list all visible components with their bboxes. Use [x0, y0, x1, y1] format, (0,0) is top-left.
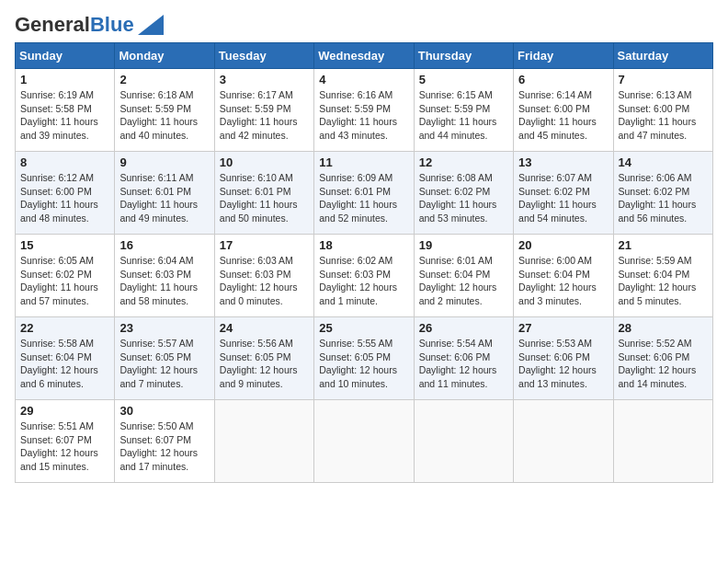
calendar-cell: 20 Sunrise: 6:00 AM Sunset: 6:04 PM Dayl… — [514, 235, 613, 317]
day-info: Sunrise: 6:07 AM Sunset: 6:02 PM Dayligh… — [518, 171, 608, 225]
page-header: GeneralBlue — [15, 15, 713, 35]
day-info: Sunrise: 6:02 AM Sunset: 6:03 PM Dayligh… — [319, 254, 408, 308]
calendar-cell: 4 Sunrise: 6:16 AM Sunset: 5:59 PM Dayli… — [314, 69, 414, 152]
weekday-header: Monday — [115, 43, 214, 69]
calendar-cell: 19 Sunrise: 6:01 AM Sunset: 6:04 PM Dayl… — [414, 235, 513, 317]
day-number: 30 — [119, 404, 209, 418]
calendar-header-row: SundayMondayTuesdayWednesdayThursdayFrid… — [16, 43, 713, 69]
day-number: 8 — [20, 155, 109, 169]
logo-icon — [138, 15, 164, 35]
day-number: 22 — [20, 321, 109, 335]
day-info: Sunrise: 6:13 AM Sunset: 6:00 PM Dayligh… — [619, 88, 708, 143]
day-number: 13 — [518, 155, 608, 169]
day-number: 4 — [319, 73, 408, 86]
day-info: Sunrise: 5:50 AM Sunset: 6:07 PM Dayligh… — [119, 419, 209, 474]
day-info: Sunrise: 6:01 AM Sunset: 6:04 PM Dayligh… — [419, 254, 508, 308]
day-number: 11 — [319, 155, 408, 169]
calendar-cell: 21 Sunrise: 5:59 AM Sunset: 6:04 PM Dayl… — [613, 235, 712, 317]
svg-marker-0 — [138, 15, 164, 35]
day-number: 19 — [419, 238, 508, 252]
calendar-cell: 12 Sunrise: 6:08 AM Sunset: 6:02 PM Dayl… — [414, 152, 513, 235]
calendar-cell: 24 Sunrise: 5:56 AM Sunset: 6:05 PM Dayl… — [214, 317, 313, 400]
day-info: Sunrise: 6:16 AM Sunset: 5:59 PM Dayligh… — [319, 88, 408, 143]
day-info: Sunrise: 6:15 AM Sunset: 5:59 PM Dayligh… — [419, 88, 508, 143]
calendar-week-row: 8 Sunrise: 6:12 AM Sunset: 6:00 PM Dayli… — [16, 152, 713, 235]
day-info: Sunrise: 6:04 AM Sunset: 6:03 PM Dayligh… — [119, 254, 209, 308]
logo-text: GeneralBlue — [15, 15, 134, 35]
day-info: Sunrise: 6:10 AM Sunset: 6:01 PM Dayligh… — [220, 171, 309, 225]
weekday-header: Friday — [514, 43, 613, 69]
calendar-cell: 17 Sunrise: 6:03 AM Sunset: 6:03 PM Dayl… — [214, 235, 313, 317]
day-number: 7 — [619, 73, 708, 86]
calendar-table: SundayMondayTuesdayWednesdayThursdayFrid… — [15, 42, 713, 483]
day-info: Sunrise: 6:03 AM Sunset: 6:03 PM Dayligh… — [220, 254, 309, 308]
calendar-cell: 1 Sunrise: 6:19 AM Sunset: 5:58 PM Dayli… — [16, 69, 115, 152]
day-number: 14 — [619, 155, 708, 169]
day-info: Sunrise: 6:17 AM Sunset: 5:59 PM Dayligh… — [220, 88, 309, 143]
calendar-cell: 2 Sunrise: 6:18 AM Sunset: 5:59 PM Dayli… — [115, 69, 214, 152]
day-number: 10 — [220, 155, 309, 169]
day-number: 20 — [518, 238, 608, 252]
day-info: Sunrise: 5:59 AM Sunset: 6:04 PM Dayligh… — [619, 254, 708, 308]
day-number: 26 — [419, 321, 508, 335]
weekday-header: Saturday — [613, 43, 712, 69]
weekday-header: Thursday — [414, 43, 513, 69]
day-info: Sunrise: 6:09 AM Sunset: 6:01 PM Dayligh… — [319, 171, 408, 225]
day-info: Sunrise: 5:52 AM Sunset: 6:06 PM Dayligh… — [619, 337, 708, 391]
calendar-cell: 10 Sunrise: 6:10 AM Sunset: 6:01 PM Dayl… — [214, 152, 313, 235]
calendar-cell: 6 Sunrise: 6:14 AM Sunset: 6:00 PM Dayli… — [514, 69, 613, 152]
day-info: Sunrise: 5:57 AM Sunset: 6:05 PM Dayligh… — [119, 337, 209, 391]
day-number: 21 — [619, 238, 708, 252]
day-number: 3 — [220, 73, 309, 86]
day-number: 16 — [119, 238, 209, 252]
day-info: Sunrise: 6:08 AM Sunset: 6:02 PM Dayligh… — [419, 171, 508, 225]
day-number: 23 — [119, 321, 209, 335]
weekday-header: Wednesday — [314, 43, 414, 69]
day-number: 6 — [518, 73, 608, 86]
day-info: Sunrise: 6:14 AM Sunset: 6:00 PM Dayligh… — [518, 88, 608, 143]
day-info: Sunrise: 5:53 AM Sunset: 6:06 PM Dayligh… — [518, 337, 608, 391]
calendar-cell — [514, 400, 613, 483]
day-info: Sunrise: 6:05 AM Sunset: 6:02 PM Dayligh… — [20, 254, 109, 308]
day-number: 1 — [20, 73, 109, 86]
calendar-week-row: 22 Sunrise: 5:58 AM Sunset: 6:04 PM Dayl… — [16, 317, 713, 400]
day-info: Sunrise: 5:55 AM Sunset: 6:05 PM Dayligh… — [319, 337, 408, 391]
calendar-cell — [414, 400, 513, 483]
day-number: 24 — [220, 321, 309, 335]
day-info: Sunrise: 6:19 AM Sunset: 5:58 PM Dayligh… — [20, 88, 109, 143]
day-info: Sunrise: 5:56 AM Sunset: 6:05 PM Dayligh… — [220, 337, 309, 391]
calendar-cell: 16 Sunrise: 6:04 AM Sunset: 6:03 PM Dayl… — [115, 235, 214, 317]
calendar-week-row: 1 Sunrise: 6:19 AM Sunset: 5:58 PM Dayli… — [16, 69, 713, 152]
calendar-cell: 14 Sunrise: 6:06 AM Sunset: 6:02 PM Dayl… — [613, 152, 712, 235]
calendar-cell: 30 Sunrise: 5:50 AM Sunset: 6:07 PM Dayl… — [115, 400, 214, 483]
calendar-cell: 11 Sunrise: 6:09 AM Sunset: 6:01 PM Dayl… — [314, 152, 414, 235]
weekday-header: Sunday — [16, 43, 115, 69]
calendar-cell — [613, 400, 712, 483]
calendar-cell: 9 Sunrise: 6:11 AM Sunset: 6:01 PM Dayli… — [115, 152, 214, 235]
day-number: 18 — [319, 238, 408, 252]
day-number: 29 — [20, 404, 109, 418]
day-info: Sunrise: 6:18 AM Sunset: 5:59 PM Dayligh… — [119, 88, 209, 143]
calendar-cell: 13 Sunrise: 6:07 AM Sunset: 6:02 PM Dayl… — [514, 152, 613, 235]
calendar-cell: 27 Sunrise: 5:53 AM Sunset: 6:06 PM Dayl… — [514, 317, 613, 400]
day-info: Sunrise: 6:06 AM Sunset: 6:02 PM Dayligh… — [619, 171, 708, 225]
calendar-cell: 3 Sunrise: 6:17 AM Sunset: 5:59 PM Dayli… — [214, 69, 313, 152]
day-info: Sunrise: 6:12 AM Sunset: 6:00 PM Dayligh… — [20, 171, 109, 225]
day-number: 17 — [220, 238, 309, 252]
day-info: Sunrise: 5:54 AM Sunset: 6:06 PM Dayligh… — [419, 337, 508, 391]
calendar-week-row: 29 Sunrise: 5:51 AM Sunset: 6:07 PM Dayl… — [16, 400, 713, 483]
day-number: 28 — [619, 321, 708, 335]
calendar-cell — [314, 400, 414, 483]
calendar-week-row: 15 Sunrise: 6:05 AM Sunset: 6:02 PM Dayl… — [16, 235, 713, 317]
calendar-cell: 23 Sunrise: 5:57 AM Sunset: 6:05 PM Dayl… — [115, 317, 214, 400]
calendar-cell: 7 Sunrise: 6:13 AM Sunset: 6:00 PM Dayli… — [613, 69, 712, 152]
calendar-cell: 5 Sunrise: 6:15 AM Sunset: 5:59 PM Dayli… — [414, 69, 513, 152]
calendar-cell: 28 Sunrise: 5:52 AM Sunset: 6:06 PM Dayl… — [613, 317, 712, 400]
calendar-cell: 18 Sunrise: 6:02 AM Sunset: 6:03 PM Dayl… — [314, 235, 414, 317]
calendar-cell: 8 Sunrise: 6:12 AM Sunset: 6:00 PM Dayli… — [16, 152, 115, 235]
day-number: 5 — [419, 73, 508, 86]
day-number: 25 — [319, 321, 408, 335]
calendar-cell: 25 Sunrise: 5:55 AM Sunset: 6:05 PM Dayl… — [314, 317, 414, 400]
day-number: 9 — [119, 155, 209, 169]
day-info: Sunrise: 6:11 AM Sunset: 6:01 PM Dayligh… — [119, 171, 209, 225]
